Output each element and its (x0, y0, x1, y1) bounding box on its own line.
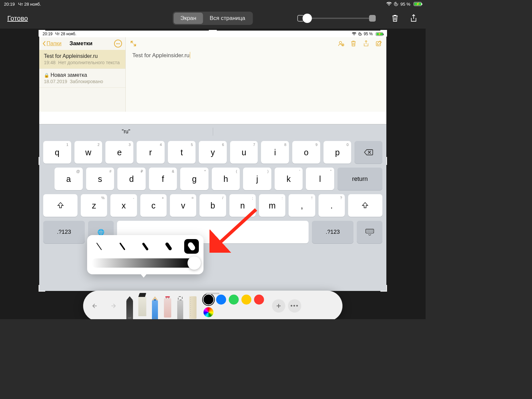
stroke-size-1[interactable] (92, 239, 106, 254)
stroke-size-2[interactable] (115, 239, 130, 254)
markup-tool-palette[interactable]: 97 50 ✕ ••• (83, 291, 342, 319)
key-c[interactable]: +c (140, 194, 167, 217)
add-button[interactable] (272, 299, 285, 313)
svg-rect-7 (366, 229, 374, 233)
collaborate-icon[interactable] (337, 40, 344, 47)
tool-eraser[interactable]: ✕ (162, 296, 173, 319)
key-n[interactable]: ;n (229, 194, 256, 217)
trash-icon[interactable] (350, 40, 357, 47)
key-return[interactable]: return (337, 168, 382, 190)
key-z[interactable]: %z (81, 194, 107, 217)
expand-icon[interactable] (130, 40, 137, 47)
stroke-size-5[interactable] (184, 239, 199, 254)
stroke-size-4[interactable] (161, 239, 176, 254)
note-list-item[interactable]: 🔒Новая заметка 18.07.2019Заблокировано (39, 69, 125, 88)
share-button[interactable] (409, 14, 418, 23)
more-menu-button[interactable]: ••• (114, 40, 122, 48)
key-s[interactable]: #s (86, 168, 114, 190)
trash-button[interactable] (390, 14, 400, 23)
note-body[interactable]: Test for Appleinsider.ru (126, 50, 386, 61)
key-i[interactable]: 8i (261, 141, 289, 164)
key-b[interactable]: /b (200, 194, 226, 217)
text-cursor (190, 52, 191, 59)
color-yellow[interactable] (241, 295, 251, 305)
stroke-opacity-slider[interactable] (92, 258, 199, 268)
segment-screen[interactable]: Экран (174, 13, 203, 24)
inner-date: Чт 28 нояб. (55, 32, 76, 36)
done-button[interactable]: Готово (7, 15, 28, 22)
inner-status-bar: 20:19 Чт 28 нояб. 95 % ⚡ (39, 31, 386, 37)
rotation-lock-icon (358, 32, 362, 36)
redo-button[interactable] (106, 299, 119, 313)
key-e[interactable]: 3e (105, 141, 133, 164)
segment-full-page[interactable]: Вся страница (203, 13, 252, 24)
note-title: Test for Appleinsider.ru (44, 53, 121, 59)
svg-rect-3 (359, 34, 360, 35)
color-black[interactable] (203, 295, 213, 305)
status-date: Чт 28 нояб. (18, 2, 41, 7)
color-picker[interactable] (203, 307, 213, 317)
key-y[interactable]: 6y (199, 141, 227, 164)
note-list-item[interactable]: Test for Appleinsider.ru 19:48Нет дополн… (39, 50, 125, 69)
keyboard-suggestion-bar[interactable]: "ru" (39, 124, 386, 139)
key-shift[interactable] (348, 194, 382, 217)
more-button[interactable]: ••• (288, 299, 301, 313)
sidebar-title: Заметки (69, 40, 92, 47)
key-h[interactable]: (h (212, 168, 240, 190)
color-red[interactable] (254, 295, 264, 305)
key-u[interactable]: 7u (230, 141, 258, 164)
note-editor: Test for Appleinsider.ru (126, 37, 386, 112)
stroke-size-3[interactable] (138, 239, 153, 254)
color-blue[interactable] (216, 295, 226, 305)
battery-icon: ⚡ (414, 2, 422, 6)
opacity-knob[interactable] (188, 256, 201, 270)
tool-pen[interactable]: 97 (124, 296, 135, 319)
key-g[interactable]: *g (180, 168, 208, 190)
key-m[interactable]: :m (259, 194, 285, 217)
slider-knob[interactable] (303, 14, 312, 23)
compose-icon[interactable] (375, 40, 382, 47)
key-o[interactable]: 9o (292, 141, 320, 164)
tool-ruler[interactable] (188, 296, 198, 319)
notes-sidebar: Папки Заметки ••• Test for Appleinsider.… (39, 37, 126, 112)
share-icon[interactable] (362, 40, 370, 47)
tool-pencil[interactable]: 50 (150, 296, 160, 319)
color-green[interactable] (229, 295, 239, 305)
key-a[interactable]: @a (55, 168, 83, 190)
key-j[interactable]: )j (243, 168, 271, 190)
svg-rect-1 (396, 4, 397, 5)
key-v[interactable]: =v (170, 194, 196, 217)
key-numbers[interactable]: .?123 (43, 221, 85, 243)
scope-segment[interactable]: Экран Вся страница (173, 12, 253, 25)
slider-full-icon (369, 15, 376, 22)
key-k[interactable]: 'k (275, 168, 303, 190)
key-,[interactable]: !, (289, 194, 315, 217)
key-x[interactable]: -x (110, 194, 137, 217)
crop-opacity-slider[interactable] (297, 14, 376, 23)
key-l[interactable]: "l (306, 168, 334, 190)
back-folders-button[interactable]: Папки (43, 41, 62, 47)
key-q[interactable]: 1q (43, 141, 71, 164)
wifi-icon (352, 32, 356, 36)
inner-battery-percent: 95 % (364, 32, 373, 36)
stroke-picker-popover[interactable] (87, 235, 203, 274)
crop-handle-mt[interactable] (209, 30, 217, 31)
key-backspace[interactable] (354, 141, 382, 164)
key-t[interactable]: 5t (168, 141, 196, 164)
key-.[interactable]: ?. (319, 194, 345, 217)
tool-lasso[interactable] (175, 296, 186, 319)
slider-track[interactable] (311, 18, 370, 19)
suggestion[interactable]: "ru" (39, 129, 213, 135)
key-r[interactable]: 4r (137, 141, 165, 164)
key-d[interactable]: ₽d (117, 168, 146, 190)
key-numbers[interactable]: .?123 (312, 221, 353, 243)
key-w[interactable]: 2w (74, 141, 102, 164)
palette-grabber[interactable] (206, 293, 219, 294)
key-shift[interactable] (43, 194, 77, 217)
key-p[interactable]: 0p (324, 141, 351, 164)
tool-marker[interactable] (137, 293, 148, 317)
key-f[interactable]: &f (149, 168, 177, 190)
crop-handle-tl[interactable] (39, 30, 45, 37)
key-hide-keyboard[interactable] (357, 221, 382, 243)
undo-button[interactable] (89, 299, 102, 313)
